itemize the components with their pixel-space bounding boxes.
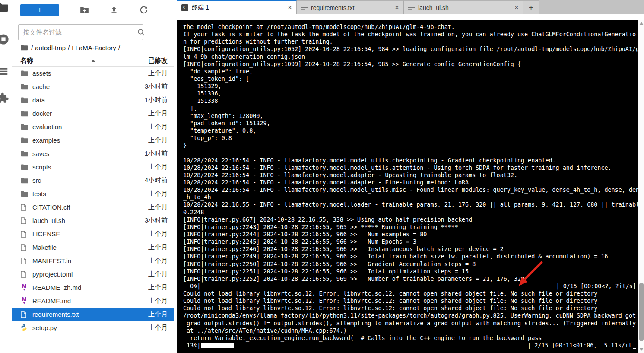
file-name: LICENSE [32,230,60,238]
file-browser-toolbar: + [12,0,174,20]
terminal-line: 10/28/2024 22:16:54 - INFO - llamafactor… [183,172,636,179]
terminal-line: "pad_token_id": 151329, [183,120,636,127]
folder-icon [21,96,29,104]
terminal-line: n for predictions without further traini… [183,38,636,45]
terminal-line: 151336, [183,90,636,97]
close-icon[interactable]: × [288,5,292,11]
file-modified: 3小时前 [145,83,168,91]
file-icon [21,217,29,225]
file-name: MANIFEST.in [32,257,71,264]
file-row[interactable]: evaluation上个月 [12,120,174,134]
progress-percent: 13%| [183,342,200,349]
add-tab-button[interactable]: + [523,0,539,14]
file-name: assets [32,70,51,77]
refresh-icon[interactable] [139,5,149,15]
file-name: Makefile [32,244,57,251]
file-row[interactable]: LICENSE上个月 [12,227,174,241]
terminal-line: [INFO|configuration_utils.py:1099] 2024-… [183,60,636,68]
file-name: cache [32,83,50,90]
tab--1[interactable]: $_终端 1× [177,0,297,14]
upload-icon[interactable] [109,5,119,15]
file-row[interactable]: requirements.txt上个月 [12,308,174,321]
file-row[interactable]: M▼README_zh.md上个月 [12,281,174,294]
new-folder-icon[interactable] [79,5,89,15]
breadcrumb-segment[interactable]: autodl-tmp [35,44,66,51]
file-row[interactable]: lauch_ui.sh3小时前 [12,214,174,227]
column-header-name[interactable]: 名称 [12,57,33,65]
terminal-line: } [183,142,636,149]
column-header-modified[interactable]: 已修改 [148,57,168,65]
file-name: lauch_ui.sh [32,217,65,224]
text-file-icon [408,5,415,11]
terminal-line: lm-4-9b-chat/generation_config.json [183,53,636,60]
file-row[interactable]: setup.py上个月 [12,321,174,334]
file-row[interactable]: scripts上个月 [12,160,174,174]
file-row[interactable]: assets上个月 [12,67,174,80]
file-row[interactable]: examples上个月 [12,134,174,147]
file-name: data [32,96,45,104]
file-name: src [32,177,41,184]
file-modified: 上个月 [148,203,168,211]
file-modified: 上个月 [148,123,168,131]
close-icon[interactable]: × [514,5,519,11]
terminal-body[interactable]: the model checkpoint at /root/autodl-tmp… [177,20,638,353]
file-row[interactable]: saves1小时前 [12,147,174,160]
terminal-line: 0%|| 0/15 [00:00<?, ?it/s] [183,283,636,290]
file-row[interactable]: data1小时前 [12,93,174,107]
file-modified: 3小时前 [145,216,168,225]
file-browser-icon[interactable] [0,3,9,14]
file-row[interactable]: CITATION.cff上个月 [12,200,174,214]
table-of-contents-icon[interactable] [0,67,8,77]
activity-bar [0,0,12,353]
file-name: pyproject.toml [32,270,73,278]
file-modified: 上个月 [148,283,168,292]
terminal-line: Could not load library libnvrtc.so.12. E… [183,305,636,312]
terminal-line: Could not load library libnvrtc.so.12. E… [183,297,636,305]
file-row[interactable]: Makefile上个月 [12,241,174,254]
terminal-line: [INFO|trainer.py:2249] 2024-10-28 22:16:… [183,253,636,260]
scroll-down-icon[interactable] [639,348,644,351]
terminal-line: [INFO|trainer.py:2243] 2024-10-28 22:16:… [183,223,636,231]
file-name: README_zh.md [32,284,81,291]
file-row[interactable]: src4小时前 [12,174,174,187]
file-row[interactable]: MANIFEST.in上个月 [12,254,174,267]
file-name: tests [32,190,46,197]
scrollbar-thumb[interactable] [639,283,644,341]
python-icon [21,324,29,332]
file-modified: 上个月 [148,136,168,144]
breadcrumb-folder-icon[interactable] [20,45,28,51]
file-row[interactable]: M▼README.md上个月 [12,294,174,308]
close-icon[interactable]: × [395,5,399,11]
file-row[interactable]: pyproject.toml上个月 [12,267,174,281]
terminal-line: "max_length": 128000, [183,112,636,120]
running-sessions-icon[interactable] [0,33,10,48]
sort-ascending-icon[interactable] [91,60,95,62]
new-launcher-button[interactable]: + [20,4,59,16]
terminal-cursor [633,343,636,349]
breadcrumb-segment[interactable]: LLaMA-Factory [72,44,116,51]
breadcrumb: / autodl-tmp / LLaMA-Factory / [12,40,174,55]
file-row[interactable]: tests上个月 [12,187,174,200]
column-divider [108,55,108,66]
file-name: README.md [32,297,71,305]
progress-stats: | 0/15 [00:00<?, ?it/s] [556,283,636,290]
filter-filename-input[interactable] [18,24,143,40]
markdown-icon: M▼ [21,284,29,292]
terminal-icon: $_ [181,4,188,11]
file-icon [21,244,29,251]
folder-icon [21,110,29,118]
file-icon [21,311,29,318]
progress-bar-fill [201,343,234,348]
terminal-line: _h_to_4h [183,194,636,201]
file-modified: 上个月 [148,270,168,278]
terminal-line: [INFO|trainer.py:2250] 2024-10-28 22:16:… [183,261,636,268]
file-name: setup.py [32,324,57,331]
tab-lauch_ui.sh[interactable]: lauch_ui.sh× [404,0,523,14]
extensions-puzzle-icon[interactable] [0,92,9,106]
scroll-up-icon[interactable] [639,22,644,25]
terminal-line: "temperature": 0.8, [183,127,636,134]
tab-requirements.txt[interactable]: requirements.txt× [297,0,404,14]
terminal-line: [INFO|trainer.py:2245] 2024-10-28 22:16:… [183,238,636,245]
file-row[interactable]: cache3小时前 [12,80,174,93]
file-row[interactable]: docker上个月 [12,107,174,120]
